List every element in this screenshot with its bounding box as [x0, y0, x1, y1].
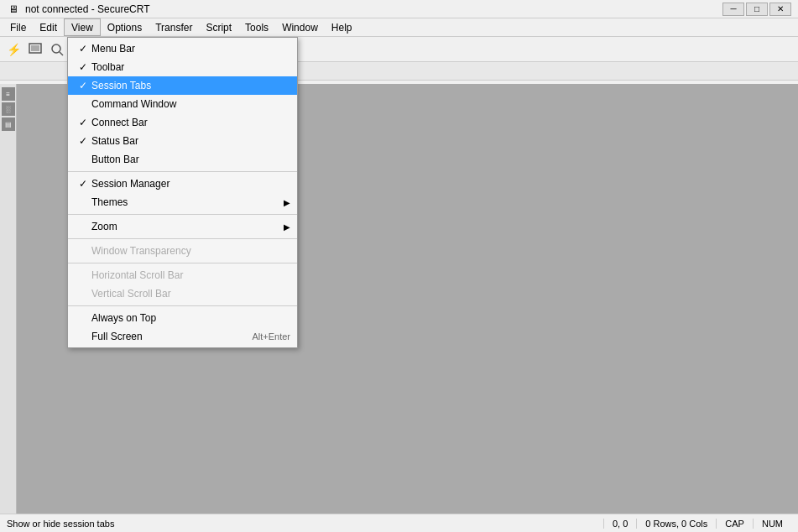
menu-options[interactable]: Options — [101, 18, 149, 36]
svg-point-2 — [52, 44, 60, 53]
checkmark-status-bar: ✓ — [79, 135, 87, 147]
titlebar: 🖥 not connected - SecureCRT ─ □ ✕ — [0, 0, 798, 18]
toolbar-btn-2[interactable] — [25, 39, 45, 60]
item-label-horizontal-scroll: Horizontal Scroll Bar — [91, 269, 290, 281]
item-label-window-transparency: Window Transparency — [91, 245, 290, 257]
menu-item-menu-bar[interactable]: ✓Menu Bar — [68, 39, 297, 58]
menu-separator — [68, 238, 297, 239]
menu-item-session-tabs[interactable]: ✓Session Tabs — [68, 76, 297, 95]
checkmark-menu-bar: ✓ — [79, 43, 87, 55]
statusbar-message: Show or hide session tabs — [7, 519, 603, 529]
checkmark-session-tabs: ✓ — [79, 80, 87, 91]
menu-separator — [68, 214, 297, 215]
check-area-session-tabs: ✓ — [75, 80, 91, 91]
item-label-vertical-scroll: Vertical Scroll Bar — [91, 288, 290, 300]
view-dropdown-menu: ✓Menu Bar✓Toolbar✓Session TabsCommand Wi… — [67, 37, 298, 348]
menu-tools[interactable]: Tools — [238, 18, 275, 36]
checkmark-connect-bar: ✓ — [79, 117, 87, 128]
menu-item-button-bar[interactable]: Button Bar — [68, 150, 297, 169]
menu-separator — [68, 263, 297, 263]
sidebar: ≡ ░ ▤ — [0, 84, 17, 514]
check-area-toolbar: ✓ — [75, 61, 91, 73]
maximize-button[interactable]: □ — [746, 3, 768, 16]
item-label-session-tabs: Session Tabs — [91, 80, 290, 91]
menu-view[interactable]: View — [64, 18, 101, 36]
item-label-full-screen: Full Screen — [91, 331, 243, 342]
item-label-connect-bar: Connect Bar — [91, 117, 290, 128]
submenu-arrow-zoom: ▶ — [284, 222, 290, 232]
item-label-command-window: Command Window — [91, 98, 290, 110]
toolbar-btn-3[interactable] — [47, 39, 67, 60]
item-label-themes: Themes — [91, 196, 280, 208]
menu-edit[interactable]: Edit — [33, 18, 64, 36]
menu-item-horizontal-scroll: Horizontal Scroll Bar — [68, 266, 297, 284]
item-label-zoom: Zoom — [91, 221, 280, 232]
item-label-session-manager: Session Manager — [91, 178, 290, 190]
menu-help[interactable]: Help — [325, 18, 359, 36]
menu-item-window-transparency: Window Transparency — [68, 242, 297, 260]
menu-script[interactable]: Script — [199, 18, 238, 36]
window-controls: ─ □ ✕ — [722, 3, 791, 16]
menu-item-connect-bar[interactable]: ✓Connect Bar — [68, 113, 297, 132]
sidebar-icon-2: ░ — [2, 102, 15, 116]
toolbar-btn-1[interactable]: ⚡ — [3, 39, 23, 60]
menu-item-full-screen[interactable]: Full ScreenAlt+Enter — [68, 327, 297, 346]
close-button[interactable]: ✕ — [769, 3, 791, 16]
item-shortcut-full-screen: Alt+Enter — [252, 331, 290, 342]
sidebar-icon-1: ≡ — [2, 87, 15, 101]
menu-item-zoom[interactable]: Zoom▶ — [68, 217, 297, 236]
check-area-session-manager: ✓ — [75, 178, 91, 190]
svg-line-3 — [60, 52, 63, 55]
sidebar-icon-3: ▤ — [2, 117, 15, 131]
item-label-status-bar: Status Bar — [91, 135, 290, 147]
statusbar: Show or hide session tabs 0, 0 0 Rows, 0… — [0, 514, 798, 532]
statusbar-num: NUM — [753, 519, 791, 529]
statusbar-cap: CAP — [716, 519, 753, 529]
menubar: File Edit View Options Transfer Script T… — [0, 18, 798, 37]
menu-file[interactable]: File — [3, 18, 33, 36]
checkmark-session-manager: ✓ — [79, 178, 87, 190]
item-label-menu-bar: Menu Bar — [91, 43, 290, 55]
item-label-button-bar: Button Bar — [91, 154, 290, 165]
menu-transfer[interactable]: Transfer — [149, 18, 199, 36]
menu-separator — [68, 305, 297, 306]
statusbar-right: 0, 0 0 Rows, 0 Cols CAP NUM — [603, 519, 791, 529]
menu-item-toolbar[interactable]: ✓Toolbar — [68, 58, 297, 76]
svg-rect-1 — [31, 45, 39, 51]
check-area-status-bar: ✓ — [75, 135, 91, 147]
menu-item-session-manager[interactable]: ✓Session Manager — [68, 175, 297, 193]
minimize-button[interactable]: ─ — [722, 3, 744, 16]
submenu-arrow-themes: ▶ — [284, 198, 290, 207]
menu-item-themes[interactable]: Themes▶ — [68, 193, 297, 211]
statusbar-coords: 0, 0 — [603, 519, 636, 529]
menu-item-vertical-scroll: Vertical Scroll Bar — [68, 284, 297, 303]
menu-item-always-on-top[interactable]: Always on Top — [68, 309, 297, 327]
item-label-toolbar: Toolbar — [91, 61, 290, 73]
app-icon: 🖥 — [7, 3, 20, 16]
window-title: not connected - SecureCRT — [25, 3, 722, 15]
menu-window[interactable]: Window — [275, 18, 325, 36]
item-label-always-on-top: Always on Top — [91, 312, 290, 324]
menu-separator — [68, 171, 297, 172]
check-area-menu-bar: ✓ — [75, 43, 91, 55]
check-area-connect-bar: ✓ — [75, 117, 91, 128]
checkmark-toolbar: ✓ — [79, 61, 87, 73]
menu-item-status-bar[interactable]: ✓Status Bar — [68, 132, 297, 150]
statusbar-dimensions: 0 Rows, 0 Cols — [636, 519, 716, 529]
menu-item-command-window[interactable]: Command Window — [68, 95, 297, 113]
